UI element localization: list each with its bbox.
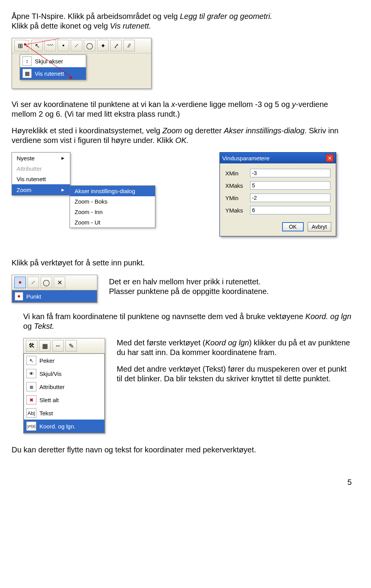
tool-graph-icon[interactable]: 〰 [44, 40, 56, 51]
menu-item-hide-axes[interactable]: ↕ Skjul akser [20, 55, 86, 67]
tool-segment-icon[interactable]: ⟋ [27, 277, 39, 288]
delete-icon: ✖ [26, 395, 36, 404]
ctx-item-visrutenett[interactable]: Vis rutenett [12, 174, 70, 184]
ok-button[interactable]: OK [282, 222, 304, 231]
menu-label: Koord. og lgn. [39, 423, 75, 430]
emph-akserdialog: Akser innstillings-dialog [224, 126, 305, 135]
screenshot-view-menu: ⊞▾ ↖ 〰 • ⟋ ◯ ✦ ⤤ ⫽ ↕ Skjul akser ▦ Vis r… [12, 38, 155, 92]
sub-item-akser-dialog[interactable]: Akser innstillings-dialog [70, 186, 155, 196]
menu-label: Zoom - Boks [75, 198, 107, 205]
tool-shape-icon[interactable]: ◯ [84, 40, 95, 51]
menu-item-show-grid[interactable]: ▦ Vis rutenett [20, 67, 86, 80]
koord-tools-paragraph: Vi kan få fram koordinatene til punktene… [23, 312, 352, 331]
tool-measure-icon[interactable]: ✦ [97, 40, 109, 51]
tool-construct-icon[interactable]: ⫽ [123, 40, 135, 51]
equation-icon: y=|x| [26, 421, 36, 431]
tool-transform-icon[interactable]: ⤤ [110, 40, 122, 51]
intro-paragraph: Åpne TI-Nspire. Klikk på arbeidsområdet … [12, 12, 352, 31]
intro-emph-1: Legg til grafer og geometri. [180, 12, 272, 20]
menu-label: Zoom - Inn [75, 209, 103, 215]
input-ymin[interactable] [250, 194, 330, 202]
text-icon: Ab| [26, 408, 36, 418]
tool-grid2-icon[interactable]: ▦ [39, 340, 51, 352]
grid-spacing-paragraph: Det er en halv mellom hver prikk i ruten… [109, 277, 352, 296]
tool-point-icon[interactable]: • [58, 40, 69, 51]
koord-tool-explain-paragraph: Med det første verktøyet (Koord og lgn) … [117, 338, 352, 357]
emph-y: y [292, 100, 296, 109]
tools-dropdown: ↖ Peker 👁 Skjul/Vis ≣ Attributter ✖ Slet… [24, 353, 105, 433]
tool-point-active-icon[interactable] [14, 277, 26, 288]
grid-icon: ▦ [22, 69, 32, 78]
list-icon: ≣ [26, 382, 36, 391]
menu-item-peker[interactable]: ↖ Peker [24, 354, 104, 367]
zoom-instructions-paragraph: Høyreklikk et sted i koordinatsystemet, … [12, 126, 352, 145]
tool-line-icon[interactable]: ⟋ [71, 40, 82, 51]
menu-label: Skjul/Vis [39, 370, 61, 377]
sub-item-zoom-boks[interactable]: Zoom - Boks [70, 196, 155, 207]
sub-item-zoom-ut[interactable]: Zoom - Ut [70, 217, 155, 228]
tool-intersect-icon[interactable]: ✕ [54, 277, 65, 288]
text: og deretter [184, 126, 224, 135]
menu-item-tekst[interactable]: Ab| Tekst [24, 406, 104, 420]
menu-label: Slett alt [39, 397, 59, 403]
sub-item-zoom-inn[interactable]: Zoom - Inn [70, 207, 155, 217]
menu-label: Zoom - Ut [75, 219, 100, 226]
page-number: 5 [12, 478, 352, 487]
menu-label: Tekst [39, 410, 53, 416]
input-ymaks[interactable] [250, 206, 330, 214]
menu-item-attributter[interactable]: ≣ Attributter [24, 380, 104, 393]
label-xmaks: XMaks [225, 182, 250, 189]
menu-label: Vis rutenett [35, 70, 64, 77]
chevron-right-icon: ▸ [61, 186, 65, 193]
text: Høyreklikk et sted i koordinatsystemet, … [12, 126, 162, 135]
text: Plasser punktene på de oppgitte koordina… [109, 287, 269, 296]
menu-item-slettalt[interactable]: ✖ Slett alt [24, 393, 104, 406]
view-dropdown-menu: ↕ Skjul akser ▦ Vis rutenett [20, 54, 86, 80]
screenshot-point-tool: ⟋ ◯ ✕ Punkt [12, 275, 97, 303]
menu-item-skjulvis[interactable]: 👁 Skjul/Vis [24, 367, 104, 380]
menu-label: Attributter [17, 165, 42, 172]
tool-draw-icon[interactable]: ✎ [65, 340, 77, 352]
dialog-title-text: Vindusparametere [222, 155, 269, 161]
tool-circle-icon[interactable]: ◯ [41, 277, 52, 288]
menu-label: Punkt [26, 293, 41, 300]
emph-zoom: Zoom [162, 126, 182, 135]
point-icon [15, 292, 23, 301]
tool-move-icon[interactable]: ↔ [52, 340, 64, 352]
label-ymin: YMin [225, 195, 250, 201]
ctx-item-zoom[interactable]: Zoom ▸ [12, 184, 70, 195]
context-menu: Nyeste ▸ Attributter Vis rutenett Zoom ▸ [12, 152, 70, 195]
axes-icon: ↕ [22, 56, 32, 66]
input-xmaks[interactable] [250, 181, 330, 190]
intro-text-1: Åpne TI-Nspire. Klikk på arbeidsområdet … [12, 12, 180, 20]
text: Det er en halv mellom hver prikk i ruten… [109, 277, 260, 286]
menu-label: Attributter [39, 384, 65, 390]
tool-axes-icon[interactable]: ⊞▾ [14, 40, 26, 51]
ctx-item-attributter: Attributter [12, 163, 70, 174]
intro-text-2: Klikk på dette ikonet og velg [12, 22, 110, 30]
dialog-titlebar: Vindusparametere ✕ [220, 153, 336, 163]
eye-icon: 👁 [26, 369, 36, 378]
emph-ok: OK. [175, 136, 189, 144]
menu-item-koord[interactable]: y=|x| Koord. og lgn. [24, 420, 104, 433]
tools-toolbar: 🛠 ▦ ↔ ✎ [24, 338, 105, 353]
emph-koord2: Koord og lgn [205, 338, 249, 347]
ctx-item-nyeste[interactable]: Nyeste ▸ [12, 153, 70, 163]
screenshot-tools-menu: 🛠 ▦ ↔ ✎ ↖ Peker 👁 Skjul/Vis ≣ Attributte… [23, 338, 105, 433]
menu-label: Vis rutenett [17, 176, 46, 182]
point-toolbar: ⟋ ◯ ✕ [12, 275, 97, 290]
close-icon[interactable]: ✕ [326, 154, 334, 162]
text-tool-explain-paragraph: Med det andre verktøyet (Tekst) fører du… [117, 364, 352, 384]
label-ymaks: YMaks [225, 207, 250, 214]
label-xmin: XMin [225, 170, 250, 177]
tool-settings-icon[interactable]: 🛠 [26, 340, 37, 352]
cancel-button[interactable]: Avbryt [308, 222, 331, 231]
text: Med det første verktøyet ( [117, 338, 205, 347]
move-labels-paragraph: Du kan deretter flytte navn og tekst for… [12, 445, 352, 455]
menu-label: Peker [39, 357, 54, 364]
emph-x: x [171, 100, 175, 109]
chevron-right-icon: ▸ [61, 155, 65, 161]
menu-label: Akser innstillings-dialog [75, 188, 135, 194]
menu-item-punkt[interactable]: Punkt [12, 291, 97, 302]
input-xmin[interactable] [250, 169, 330, 177]
